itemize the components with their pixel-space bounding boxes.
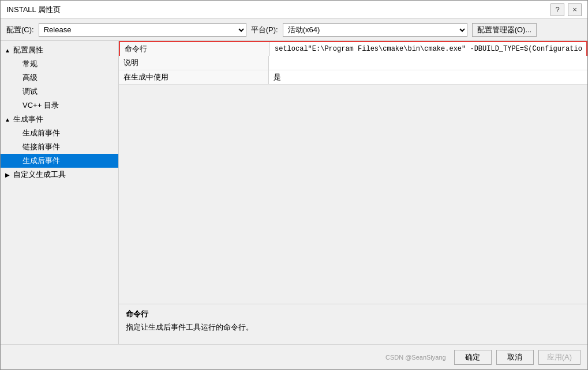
title-bar: INSTALL 属性页 ? × <box>1 1 587 19</box>
platform-label: 平台(P): <box>251 25 278 35</box>
title-bar-left: INSTALL 属性页 <box>6 5 61 15</box>
properties-table: 命令行 setlocal"E:\Program Files\cmake\bin\… <box>119 41 587 304</box>
platform-select[interactable]: 活动(x64) <box>283 23 467 37</box>
prop-value-description[interactable] <box>269 56 587 70</box>
expand-icon-build-events: ▲ <box>4 116 11 123</box>
bottom-bar: CSDN @SeanSiyang 确定 取消 应用(A) <box>1 344 587 369</box>
prop-name-description: 说明 <box>119 56 269 70</box>
sidebar-item-build-events[interactable]: ▲ 生成事件 <box>1 112 118 126</box>
dialog-title: INSTALL 属性页 <box>6 5 61 15</box>
config-label: 配置(C): <box>6 25 34 35</box>
sidebar-label-build-events: 生成事件 <box>13 114 43 124</box>
expand-icon-custom-build: ▶ <box>4 172 11 178</box>
sidebar-item-custom-build[interactable]: ▶ 自定义生成工具 <box>1 168 118 182</box>
expand-icon-config-props: ▲ <box>4 47 11 54</box>
prop-value-use-in-build[interactable]: 是 <box>269 70 587 84</box>
help-button[interactable]: ? <box>550 3 564 16</box>
apply-button[interactable]: 应用(A) <box>538 350 580 365</box>
sidebar-label-config-props: 配置属性 <box>13 45 43 55</box>
toolbar: 配置(C): Release 平台(P): 活动(x64) 配置管理器(O)..… <box>1 19 587 41</box>
close-button[interactable]: × <box>568 3 582 16</box>
sidebar-label-debug: 调试 <box>23 86 38 97</box>
description-panel-text: 指定让生成后事件工具运行的命令行。 <box>126 322 580 333</box>
main-panel: 命令行 setlocal"E:\Program Files\cmake\bin\… <box>119 41 587 344</box>
sidebar-label-pre-link: 链接前事件 <box>23 142 60 152</box>
description-panel-title: 命令行 <box>126 309 580 319</box>
config-manager-button[interactable]: 配置管理器(O)... <box>472 23 537 37</box>
config-select[interactable]: Release <box>39 23 246 37</box>
cancel-button[interactable]: 取消 <box>496 350 534 365</box>
title-bar-controls: ? × <box>550 3 582 16</box>
sidebar: ▲ 配置属性 常规 高级 调试 VC++ 目录 ▲ 生成事件 <box>1 41 119 344</box>
main-dialog: INSTALL 属性页 ? × 配置(C): Release 平台(P): 活动… <box>0 0 588 370</box>
sidebar-label-advanced: 高级 <box>23 73 38 83</box>
prop-value-command-line[interactable]: setlocal"E:\Program Files\cmake\bin\cmak… <box>270 42 586 56</box>
content-area: ▲ 配置属性 常规 高级 调试 VC++ 目录 ▲ 生成事件 <box>1 41 587 344</box>
ok-button[interactable]: 确定 <box>454 350 492 365</box>
sidebar-item-post-build[interactable]: 生成后事件 <box>1 154 118 168</box>
sidebar-item-config-props[interactable]: ▲ 配置属性 <box>1 43 118 57</box>
watermark: CSDN @SeanSiyang <box>8 353 450 362</box>
sidebar-item-advanced[interactable]: 高级 <box>1 71 118 85</box>
sidebar-label-post-build: 生成后事件 <box>23 156 60 166</box>
sidebar-item-vcpp-dirs[interactable]: VC++ 目录 <box>1 99 118 112</box>
sidebar-item-pre-link[interactable]: 链接前事件 <box>1 140 118 154</box>
table-row: 说明 <box>119 56 587 70</box>
sidebar-item-general[interactable]: 常规 <box>1 57 118 71</box>
table-row: 命令行 setlocal"E:\Program Files\cmake\bin\… <box>119 41 587 56</box>
prop-name-use-in-build: 在生成中使用 <box>119 70 269 84</box>
sidebar-label-general: 常规 <box>23 59 38 69</box>
sidebar-label-custom-build: 自定义生成工具 <box>13 169 66 180</box>
description-panel: 命令行 指定让生成后事件工具运行的命令行。 <box>119 304 587 344</box>
prop-name-command-line: 命令行 <box>120 42 270 56</box>
sidebar-item-pre-build[interactable]: 生成前事件 <box>1 126 118 140</box>
sidebar-label-vcpp-dirs: VC++ 目录 <box>23 100 59 111</box>
sidebar-label-pre-build: 生成前事件 <box>23 128 60 138</box>
sidebar-item-debug[interactable]: 调试 <box>1 85 118 99</box>
table-row: 在生成中使用 是 <box>119 70 587 85</box>
